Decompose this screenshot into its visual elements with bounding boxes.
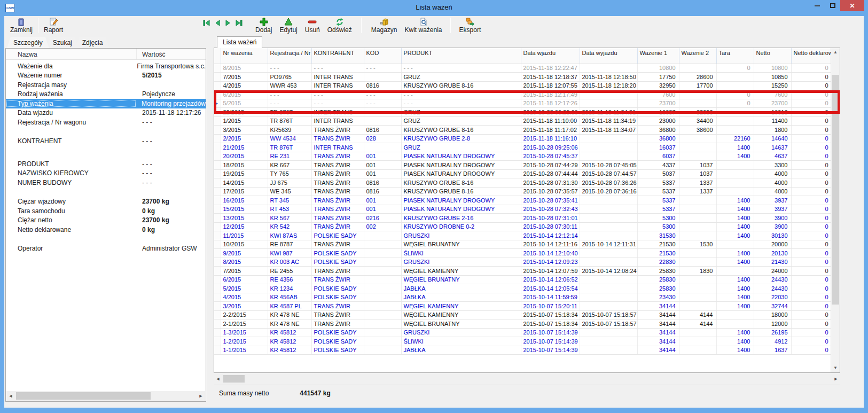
minimize-button[interactable] [809, 0, 825, 11]
grid-cell[interactable]: WWR 453 [268, 81, 311, 90]
grid-cell[interactable]: TRANS ŻWIR [311, 310, 364, 320]
grid-cell[interactable]: 1530 [679, 240, 716, 249]
grid-cell[interactable]: 20000 [754, 240, 791, 249]
grid-column-header[interactable]: KOD [364, 48, 401, 64]
grid-cell[interactable]: 2-1/2015 [221, 320, 268, 329]
tab-zdjecia[interactable]: Zdjęcia [76, 37, 110, 48]
grid-cell[interactable]: 22030 [754, 293, 791, 302]
grid-cell[interactable]: 23000 [637, 116, 679, 126]
table-row[interactable]: 7/2015RE 2455TRANS ŻWIRWĘGIEL KAMIENNY20… [214, 267, 831, 276]
grid-cell[interactable]: POLSKIE SADY [311, 346, 364, 355]
grid-cell[interactable] [364, 293, 401, 302]
grid-cell[interactable]: 1637 [754, 346, 791, 355]
details-header-value[interactable]: Wartość [137, 49, 206, 59]
details-header-name[interactable]: Nazwa [6, 49, 137, 59]
grid-cell[interactable]: 30130 [754, 231, 791, 240]
grid-cell[interactable]: 2015-11-18 12:18:20 [580, 81, 637, 90]
grid-cell[interactable]: 2015-11-18 12:18:50 [580, 73, 637, 82]
grid-cell[interactable]: 0 [791, 143, 831, 152]
grid-cell[interactable]: 13/2015 [221, 214, 268, 223]
grid-cell[interactable]: 14/2015 [221, 178, 268, 188]
grid-cell[interactable]: 4144 [679, 320, 716, 329]
grid-cell[interactable] [580, 328, 637, 337]
grid-cell[interactable]: 2015-11-18 11:16:10 [521, 134, 580, 143]
grid-cell[interactable]: 6/2015 [221, 90, 268, 99]
grid-cell[interactable]: 7/2015 [221, 73, 268, 82]
grid-cell[interactable] [364, 240, 401, 249]
grid-cell[interactable]: GRUSZKI [401, 231, 521, 240]
grid-cell[interactable]: 0816 [364, 126, 401, 135]
nav-next-button[interactable] [223, 19, 233, 28]
table-row[interactable]: 12/2015KR 542TRANS ŻWIR002KRUSZYWO DROBN… [214, 222, 831, 231]
grid-cell[interactable]: 001 [364, 169, 401, 178]
grid-cell[interactable]: INTER TRANS [311, 116, 364, 126]
grid-cell[interactable] [679, 222, 716, 231]
grid-cell[interactable]: 2015-10-28 07:45:05 [580, 161, 637, 170]
grid-cell[interactable]: GRUZ [401, 108, 521, 117]
scrollbar-thumb[interactable] [223, 375, 245, 383]
grid-cell[interactable]: 17700 [679, 81, 716, 90]
grid-column-header[interactable]: Rejestracja / Nr [268, 48, 311, 64]
grid-cell[interactable] [679, 205, 716, 214]
grid-cell[interactable]: 1-3/2015 [221, 328, 268, 337]
grid-cell[interactable]: KR 456AB [268, 293, 311, 302]
grid-cell[interactable] [580, 275, 637, 284]
table-row[interactable]: 7/2015PO9765INTER TRANSGRUZ2015-11-18 12… [214, 73, 831, 82]
grid-cell[interactable]: TRANS ŻWIR [311, 214, 364, 223]
grid-cell[interactable]: 2015-11-18 12:22:47 [521, 64, 580, 73]
grid-cell[interactable]: - - - [364, 64, 401, 73]
grid-cell[interactable]: 001 [364, 152, 401, 161]
grid-cell[interactable]: 3937 [754, 196, 791, 205]
grid-cell[interactable]: 25830 [637, 267, 679, 276]
grid-cell[interactable]: 4000 [754, 187, 791, 196]
grid-cell[interactable]: 11400 [754, 116, 791, 126]
table-row[interactable]: 22/2015TR 876TINTER TRANSGRUZ2015-10-28 … [214, 108, 831, 117]
grid-cell[interactable]: 3900 [754, 222, 791, 231]
grid-cell[interactable]: RE 4356 [268, 275, 311, 284]
grid-cell[interactable]: 16913 [754, 108, 791, 117]
grid-cell[interactable]: 1-1/2015 [221, 346, 268, 355]
grid-cell[interactable]: TRANS ŻWIR [311, 222, 364, 231]
detail-row[interactable]: Ważenie numer 5/2015 [6, 71, 206, 81]
grid-cell[interactable]: JABŁKA [401, 346, 521, 355]
grid-cell[interactable] [580, 222, 637, 231]
grid-cell[interactable]: KR 667 [268, 161, 311, 170]
grid-cell[interactable] [679, 284, 716, 293]
grid-cell[interactable]: 17750 [637, 73, 679, 82]
grid-cell[interactable]: 3/2015 [221, 126, 268, 135]
grid-cell[interactable]: POLSKIE SADY [311, 258, 364, 267]
grid-cell[interactable]: 1400 [716, 284, 754, 293]
grid-cell[interactable]: RT 453 [268, 205, 311, 214]
detail-row[interactable]: Data wjazdu 2015-11-18 12:17:26 [6, 108, 206, 118]
close-button[interactable]: ✕ [840, 0, 864, 11]
detail-row[interactable]: Ważenie dla Firma Transportowa s.c. [6, 61, 206, 71]
grid-cell[interactable]: 0 [716, 99, 754, 108]
grid-column-header[interactable]: Data wyjazdu [580, 48, 637, 64]
grid-cell[interactable]: 20/2015 [221, 152, 268, 161]
grid-cell[interactable]: 1830 [679, 267, 716, 276]
table-row[interactable]: 1/2015TR 876TINTER TRANSGRUZ2015-11-18 1… [214, 116, 831, 126]
grid-cell[interactable]: 32744 [754, 302, 791, 311]
table-row[interactable]: 13/2015KR 567TRANS ŻWIR0216KRUSZYWO GRUB… [214, 214, 831, 223]
grid-cell[interactable]: 2-2/2015 [221, 310, 268, 320]
grid-cell[interactable]: 1/2015 [221, 116, 268, 126]
table-row[interactable]: 1-2/2015KR 45812POLSKIE SADYŚLIWKI2015-1… [214, 337, 831, 346]
details-horizontal-scrollbar[interactable]: ◄ ► [6, 391, 205, 401]
grid-cell[interactable]: 3/2015 [221, 302, 268, 311]
grid-cell[interactable]: KRUSZYWO GRUBE 2-8 [401, 134, 521, 143]
grid-cell[interactable]: 5300 [637, 214, 679, 223]
grid-cell[interactable]: 2015-11-18 11:10:00 [521, 116, 580, 126]
grid-cell[interactable]: KRUSZYWO GRUBE 8-16 [401, 126, 521, 135]
grid-cell[interactable]: 21430 [754, 258, 791, 267]
grid-cell[interactable]: KRUSZYWO GRUBE 8-16 [401, 187, 521, 196]
grid-cell[interactable]: 2015-10-14 12:05:54 [521, 284, 580, 293]
grid-cell[interactable]: KR 567 [268, 214, 311, 223]
grid-cell[interactable]: 0216 [364, 214, 401, 223]
scroll-right-icon[interactable]: ► [197, 393, 205, 399]
grid-cell[interactable]: 34144 [637, 337, 679, 346]
detail-row[interactable]: Ciężar netto 23700 kg [6, 216, 206, 225]
grid-cell[interactable]: 1400 [716, 205, 754, 214]
grid-cell[interactable]: 2015-10-28 07:31:30 [521, 178, 580, 188]
grid-cell[interactable]: TRANS ŻWIR [311, 187, 364, 196]
grid-cell[interactable] [679, 337, 716, 346]
